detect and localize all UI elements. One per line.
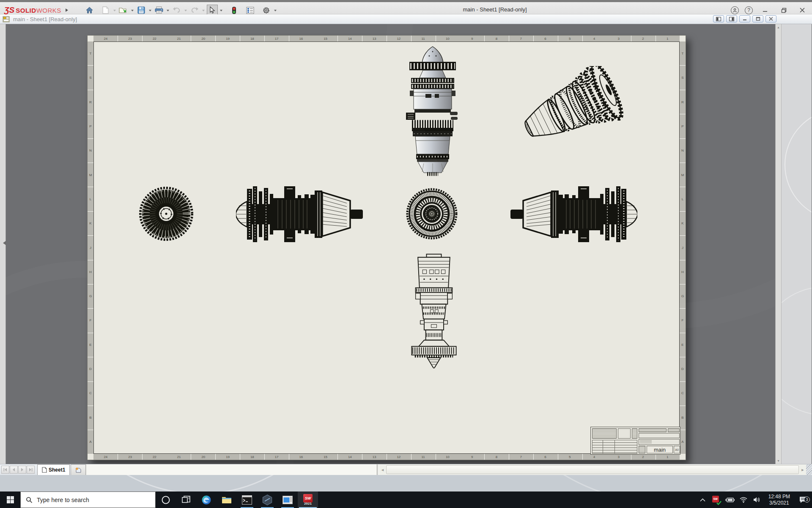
scroll-right-icon[interactable]: ► xyxy=(799,464,806,475)
zone-letter: L xyxy=(88,187,93,211)
doc-restore-button[interactable] xyxy=(752,15,763,22)
resize-grip[interactable] xyxy=(806,464,812,475)
tray-solidworks-agent[interactable]: SW xyxy=(711,496,722,504)
zone-band-right: TSRPNMLKJHGFEDCBA xyxy=(680,41,686,454)
last-sheet-button[interactable] xyxy=(27,466,35,474)
taskbar-file-explorer[interactable] xyxy=(217,491,237,508)
zone-number: 12 xyxy=(387,454,411,460)
horizontal-scrollbar[interactable]: ◄ ► xyxy=(379,464,806,475)
pane-right-button[interactable] xyxy=(726,15,737,22)
taskbar-clock[interactable]: 12:48 PM 3/5/2021 xyxy=(765,494,793,506)
undo-dropdown[interactable] xyxy=(184,10,187,13)
add-sheet-tab[interactable] xyxy=(71,464,86,475)
vertical-scrollbar[interactable]: ▲ ▼ xyxy=(775,24,781,464)
first-sheet-button[interactable] xyxy=(1,466,9,474)
title-block-cell xyxy=(639,428,667,432)
taskbar-search[interactable] xyxy=(20,491,156,508)
taskbar: SW 2021 SW xyxy=(0,491,812,508)
zone-letter: S xyxy=(88,66,93,90)
left-panel-collapse-arrow[interactable] xyxy=(1,241,6,245)
next-icon xyxy=(21,468,24,472)
zone-letter: B xyxy=(680,405,686,429)
zone-band-top: 242322212019181716151413121110987654321 xyxy=(93,36,680,41)
search-input[interactable] xyxy=(21,497,155,503)
gear-icon xyxy=(262,6,270,14)
prev-sheet-button[interactable] xyxy=(10,466,18,474)
tray-volume[interactable] xyxy=(752,497,763,503)
close-button[interactable] xyxy=(796,5,809,15)
drawing-view-rear[interactable] xyxy=(405,187,458,240)
drawing-document-icon xyxy=(3,16,10,22)
options-dropdown[interactable] xyxy=(274,10,277,13)
zone-number: 22 xyxy=(143,454,167,460)
taskbar-hexagon-app[interactable] xyxy=(257,491,277,508)
windows-logo-icon xyxy=(7,496,14,503)
zone-number: 9 xyxy=(460,36,484,41)
menu-expand-arrow[interactable] xyxy=(66,8,70,12)
scroll-left-icon[interactable]: ◄ xyxy=(379,464,386,475)
zone-band-bottom: 242322212019181716151413121110987654321 xyxy=(93,454,680,460)
clock-date: 3/5/2021 xyxy=(769,500,789,506)
account-button[interactable] xyxy=(731,6,739,14)
taskbar-task-view[interactable] xyxy=(176,491,196,508)
system-tray: SW 12:48 PM 3/5/2021 3 xyxy=(697,491,812,508)
title-block-notes xyxy=(592,428,617,439)
last-icon xyxy=(29,468,33,472)
drawing-viewport[interactable]: 242322212019181716151413121110987654321 … xyxy=(6,24,775,464)
zone-number: 4 xyxy=(582,454,606,460)
drawing-view-top[interactable] xyxy=(405,44,460,177)
zone-number: 24 xyxy=(93,36,118,41)
pane-left-button[interactable] xyxy=(713,15,724,22)
drawing-sheet[interactable]: 242322212019181716151413121110987654321 … xyxy=(87,35,686,460)
scroll-up-icon[interactable]: ▲ xyxy=(777,26,780,29)
zone-letter: J xyxy=(680,235,686,260)
minimize-button[interactable] xyxy=(759,5,771,15)
new-document-icon xyxy=(102,6,109,14)
zone-number: 5 xyxy=(557,454,582,460)
zone-letter: F xyxy=(88,308,93,332)
first-icon xyxy=(3,468,7,472)
taskbar-window-app[interactable] xyxy=(277,491,298,508)
redo-dropdown[interactable] xyxy=(202,10,205,13)
notification-center-button[interactable]: 3 xyxy=(796,496,810,504)
doc-close-button[interactable] xyxy=(765,15,776,22)
new-document-dropdown[interactable] xyxy=(113,10,116,13)
restore-button[interactable] xyxy=(777,5,790,15)
document-title: main - Sheet1 [Read-only] xyxy=(13,16,77,22)
zone-number: 15 xyxy=(313,454,338,460)
next-sheet-button[interactable] xyxy=(18,466,26,474)
help-button[interactable]: ? xyxy=(745,6,753,14)
workspace: 242322212019181716151413121110987654321 … xyxy=(0,24,812,464)
select-tool-dropdown[interactable] xyxy=(220,10,222,13)
taskbar-cortana[interactable] xyxy=(156,491,176,508)
tray-battery[interactable] xyxy=(724,497,735,502)
drawing-view-isometric[interactable] xyxy=(521,66,639,157)
print-icon xyxy=(155,6,163,14)
start-button[interactable] xyxy=(0,491,20,508)
drawing-view-front[interactable] xyxy=(139,186,194,241)
doc-minimize-icon xyxy=(743,17,747,21)
zone-letter: M xyxy=(88,163,93,187)
open-dropdown[interactable] xyxy=(131,10,134,13)
zone-letter: E xyxy=(88,333,93,357)
doc-minimize-button[interactable] xyxy=(739,15,750,22)
taskbar-terminal[interactable] xyxy=(237,491,257,508)
zone-number: 1 xyxy=(655,454,680,460)
sheet-size: A0 xyxy=(674,446,680,453)
zone-number: 17 xyxy=(264,454,289,460)
horizontal-scroll-thumb[interactable] xyxy=(386,465,799,474)
tray-wifi[interactable] xyxy=(738,497,749,503)
tray-chevron-button[interactable] xyxy=(697,498,708,502)
notification-badge: 3 xyxy=(804,497,810,502)
tab-sheet1[interactable]: Sheet1 xyxy=(37,464,70,475)
task-pane-collapsed[interactable] xyxy=(781,24,812,464)
drawing-view-left[interactable] xyxy=(236,185,363,242)
zone-number: 10 xyxy=(436,36,460,41)
taskbar-solidworks[interactable]: SW 2021 xyxy=(298,491,318,508)
scroll-down-icon[interactable]: ▼ xyxy=(777,459,780,462)
save-dropdown[interactable] xyxy=(149,10,151,13)
drawing-view-bottom[interactable] xyxy=(409,249,459,375)
taskbar-edge[interactable] xyxy=(196,491,217,508)
print-dropdown[interactable] xyxy=(167,10,169,13)
drawing-view-right[interactable] xyxy=(510,185,637,242)
